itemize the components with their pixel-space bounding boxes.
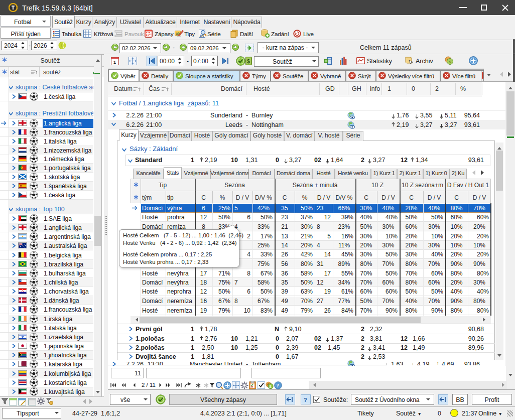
svg-text:$: $ [449,60,451,64]
svg-text:1: 1 [113,60,116,65]
svg-text:?: ? [304,397,307,403]
svg-text:?: ? [277,383,279,388]
svg-text:ab: ab [176,32,180,35]
svg-text:$: $ [247,59,250,64]
